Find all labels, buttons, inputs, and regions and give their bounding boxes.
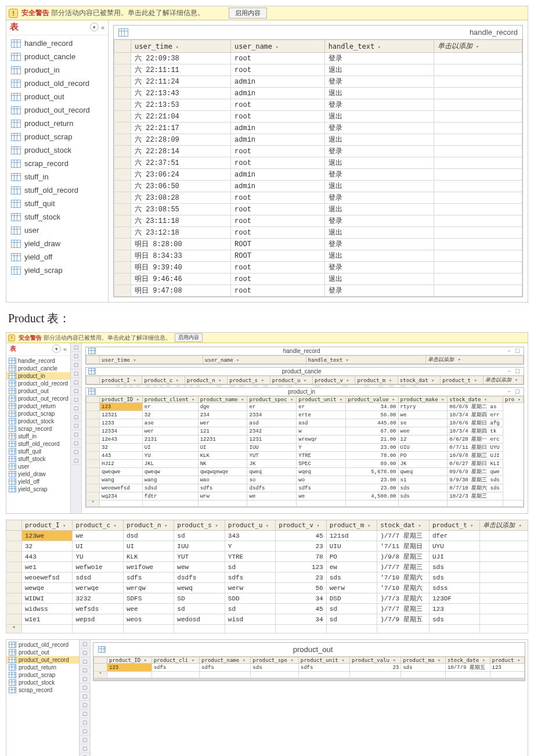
cell[interactable]: wq234 — [100, 492, 143, 501]
cell[interactable]: PO — [398, 452, 448, 460]
cell[interactable] — [434, 285, 522, 297]
column-header[interactable]: user_name — [231, 40, 325, 53]
cell[interactable]: 登录 — [324, 123, 434, 134]
cell[interactable]: root — [231, 99, 325, 111]
cell[interactable]: 123 — [276, 562, 326, 573]
cell[interactable]: 06/6/6 星期二 as — [448, 403, 503, 411]
cell[interactable]: 12e43 — [100, 435, 143, 444]
product-in-grid[interactable]: product_IDproduct_clientproduct_nameprod… — [86, 396, 524, 507]
cell[interactable]: WIDWI — [22, 593, 73, 604]
cell[interactable]: 退出 — [324, 111, 434, 123]
cell[interactable]: wqeq — [297, 468, 346, 476]
cell[interactable]: wee — [398, 427, 448, 435]
cell[interactable]: admin — [231, 134, 325, 146]
cell[interactable]: 21.00 — [346, 435, 398, 444]
cell[interactable] — [434, 88, 522, 99]
cell[interactable] — [434, 123, 522, 134]
column-header[interactable]: product_c — [73, 520, 123, 531]
sheet-title-label[interactable]: product_cancle — [96, 368, 507, 375]
column-header[interactable]: product_cli — [151, 657, 199, 664]
security-text[interactable]: 部分活动内容已被禁用。单击此处了解详细信息。 — [51, 9, 204, 17]
cell[interactable]: sds — [401, 664, 446, 672]
cell[interactable]: UIU — [398, 444, 448, 452]
cell[interactable]: sdfs — [200, 664, 251, 672]
security-text[interactable]: 部分活动内容已被禁用。单击此处了解详细信息。 — [44, 334, 171, 341]
cell[interactable]: 23.00 — [346, 484, 398, 492]
cell[interactable]: er — [142, 403, 198, 411]
cell[interactable]: wee — [123, 604, 174, 614]
cell[interactable]: 退出 — [324, 204, 434, 215]
cell[interactable]: 123we — [22, 531, 73, 541]
sidebar-item-user[interactable]: user — [6, 224, 108, 237]
cell[interactable]: 登录 — [324, 285, 434, 297]
cell[interactable]: 3232 — [73, 593, 123, 604]
column-header[interactable]: product_u — [225, 520, 275, 531]
cell[interactable]: 2342 — [247, 427, 297, 435]
sidebar-item-yield_off[interactable]: yield_off — [6, 250, 108, 264]
sheet-title-label[interactable]: handle_record — [96, 348, 507, 354]
cell[interactable]: Y — [297, 444, 346, 452]
column-header[interactable]: stock_dat — [398, 376, 440, 384]
cell[interactable]: wang — [100, 476, 143, 484]
cell[interactable]: qwqwqewqe — [198, 468, 247, 476]
cell[interactable]: 六 22:37:51 — [131, 157, 231, 169]
cell[interactable]: 12 — [398, 435, 448, 444]
cell[interactable]: SDFS — [123, 593, 174, 604]
cell[interactable]: sdsd — [142, 484, 198, 492]
sidebar-item-yield_scrap[interactable]: yield_scrap — [6, 485, 70, 493]
cell[interactable]: 121sd — [326, 531, 377, 541]
cell[interactable]: sdfs — [151, 664, 199, 672]
cell[interactable]: 10/7/9 星期五 — [445, 664, 490, 672]
cell[interactable]: 5,678.00 — [346, 468, 398, 476]
cell[interactable]: root — [231, 157, 325, 169]
cell[interactable]: wrewqr — [297, 435, 346, 444]
cell[interactable]: SDD — [225, 593, 275, 604]
cell[interactable]: wewqe — [22, 583, 73, 593]
cell[interactable] — [434, 53, 522, 64]
detail-grid[interactable]: product_Iproduct_cproduct_nproduct_sprod… — [6, 520, 528, 633]
sidebar-item-product_out_record[interactable]: product_out_record — [6, 103, 108, 117]
cell[interactable]: 六 23:11:18 — [131, 215, 231, 227]
sidebar-item-yield_draw[interactable]: yield_draw — [6, 237, 108, 250]
cell[interactable]: sdss — [429, 583, 479, 593]
column-header[interactable]: user_time — [100, 356, 203, 364]
sheet-title-label[interactable]: product_in — [96, 388, 507, 395]
cell[interactable]: wepsd — [73, 614, 123, 625]
cell[interactable]: 1233 — [100, 419, 143, 427]
cell[interactable]: 登录 — [324, 262, 434, 273]
cell[interactable]: sds — [398, 484, 448, 492]
cell[interactable]: 23 — [349, 664, 400, 672]
cell[interactable]: 12321 — [100, 411, 143, 419]
cancel-mini-grid[interactable]: product_Iproduct_cproduct_nproduct_sprod… — [86, 376, 524, 384]
cell[interactable]: 六 22:11:24 — [131, 76, 231, 88]
nav-dropdown-icon[interactable]: ▾ — [52, 344, 61, 353]
sidebar-item-stuff_quit[interactable]: stuff_quit — [6, 197, 108, 210]
cell[interactable]: sds — [398, 492, 448, 501]
column-header[interactable]: product_m — [355, 376, 398, 384]
cell[interactable]: )/7/7 星期三 — [377, 562, 430, 573]
cell[interactable]: dsdfs — [174, 573, 225, 583]
column-header[interactable]: stock_date — [445, 657, 490, 664]
column-header[interactable]: product_ID — [100, 397, 143, 403]
cell[interactable] — [434, 169, 522, 181]
cell[interactable]: 32 — [100, 444, 143, 452]
cell[interactable]: er — [297, 403, 346, 411]
cell[interactable]: 34 — [276, 593, 326, 604]
cell[interactable]: sds — [429, 614, 479, 625]
cell[interactable]: 退出 — [324, 181, 434, 192]
column-header[interactable]: pro — [503, 397, 524, 403]
cell[interactable]: 443 — [22, 552, 73, 562]
sidebar-item-product_stock[interactable]: product_stock — [6, 417, 70, 425]
cell[interactable]: root — [231, 64, 325, 76]
cell[interactable]: 六 22:13:53 — [131, 99, 231, 111]
cell[interactable]: IUU — [247, 444, 297, 452]
cell[interactable]: 12231 — [198, 435, 247, 444]
cell[interactable]: sd — [174, 604, 225, 614]
cell[interactable] — [434, 250, 522, 262]
cell[interactable]: 登录 — [324, 146, 434, 157]
cell[interactable]: fdtr — [142, 492, 198, 501]
column-header[interactable]: product_spe — [251, 657, 298, 664]
cell[interactable]: HJ12 — [100, 460, 143, 468]
cell[interactable]: sdfs — [198, 484, 247, 492]
cell[interactable]: asd — [247, 419, 297, 427]
